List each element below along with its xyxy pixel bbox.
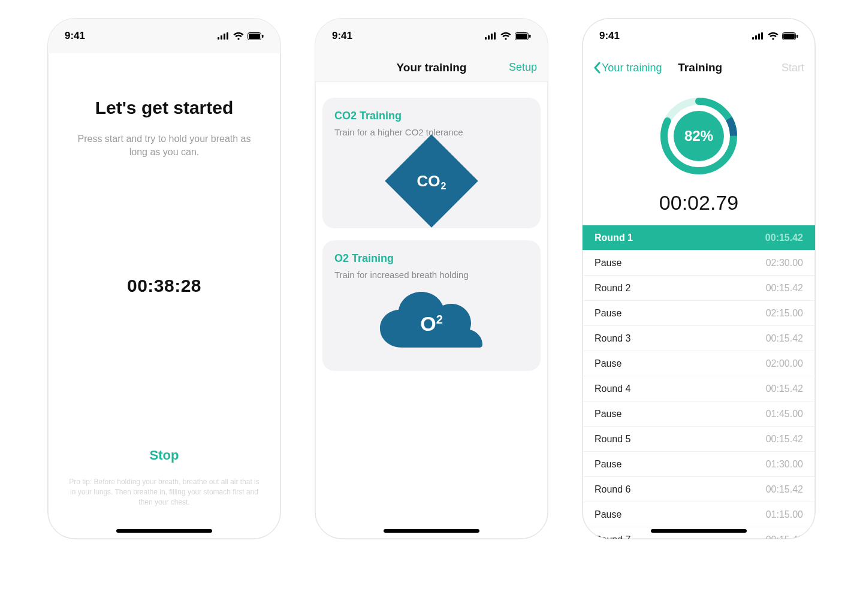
round-label: Pause: [595, 409, 621, 419]
round-time: 00:15.42: [766, 283, 803, 294]
round-row[interactable]: Pause02:30.00: [583, 250, 815, 276]
screen-get-started: 9:41 Let's get started Press start and t…: [47, 18, 281, 539]
home-indicator[interactable]: [384, 529, 479, 533]
round-label: Round 2: [595, 283, 631, 294]
round-row[interactable]: Pause02:15.00: [583, 301, 815, 326]
svg-rect-20: [796, 35, 798, 38]
round-label: Round 5: [595, 434, 631, 445]
round-row[interactable]: Pause01:15.00: [583, 502, 815, 527]
svg-rect-14: [752, 37, 754, 40]
round-time: 02:30.00: [766, 258, 803, 268]
progress-percent: 82%: [660, 98, 737, 174]
status-bar: 9:41: [315, 19, 548, 53]
round-row[interactable]: Round 600:15.42: [583, 477, 815, 502]
wifi-icon: [233, 32, 244, 40]
svg-rect-2: [224, 34, 225, 40]
screen-your-training: 9:41 Your training Setup CO2 Training Tr…: [315, 18, 548, 539]
wifi-icon: [500, 32, 511, 40]
back-label: Your training: [602, 62, 662, 74]
round-label: Pause: [595, 509, 621, 520]
cellular-icon: [485, 32, 497, 40]
start-button[interactable]: Start: [781, 62, 804, 74]
battery-icon: [782, 32, 798, 40]
round-label: Round 1: [595, 232, 633, 243]
status-bar: 9:41: [583, 19, 815, 53]
battery-icon: [515, 32, 531, 40]
round-label: Round 3: [595, 333, 631, 344]
status-time: 9:41: [65, 30, 85, 42]
svg-rect-12: [516, 34, 527, 39]
svg-rect-10: [494, 32, 496, 40]
screen-training-active: 9:41 Your training Training Start: [582, 18, 816, 539]
status-indicators: [485, 32, 531, 40]
round-time: 01:30.00: [766, 459, 803, 470]
card-title: O2 Training: [334, 252, 529, 265]
cellular-icon: [218, 32, 230, 40]
co2-diamond-icon: CO2: [399, 148, 464, 214]
svg-rect-7: [485, 37, 487, 40]
battery-icon: [248, 32, 264, 40]
round-time: 02:00.00: [766, 358, 803, 369]
round-time: 00:15.42: [766, 434, 803, 445]
page-title: Let's get started: [48, 98, 280, 118]
cellular-icon: [752, 32, 764, 40]
pro-tip-text: Pro tip: Before holding your breath, bre…: [66, 477, 262, 508]
nav-bar: Your training Setup: [315, 53, 548, 82]
o2-cloud-icon: O2: [375, 291, 488, 357]
page-subtitle: Press start and try to hold your breath …: [71, 132, 258, 159]
round-time: 02:15.00: [766, 308, 803, 319]
home-indicator[interactable]: [116, 529, 212, 533]
home-indicator[interactable]: [651, 529, 747, 533]
svg-rect-13: [529, 35, 531, 38]
round-row[interactable]: Pause01:45.00: [583, 401, 815, 427]
status-bar: 9:41: [48, 19, 280, 53]
round-time: 00:15.42: [765, 232, 803, 243]
svg-rect-15: [755, 35, 757, 40]
breath-timer: 00:38:28: [48, 276, 280, 296]
status-time: 9:41: [599, 30, 620, 42]
round-time: 00:15.42: [766, 333, 803, 344]
setup-button[interactable]: Setup: [509, 61, 537, 74]
round-timer: 00:02.79: [659, 191, 738, 215]
round-row[interactable]: Round 100:15.42: [583, 225, 815, 250]
round-row[interactable]: Pause02:00.00: [583, 351, 815, 376]
svg-rect-17: [761, 32, 763, 40]
round-time: 00:15.42: [766, 384, 803, 394]
round-label: Round 6: [595, 484, 631, 495]
svg-rect-16: [758, 34, 760, 40]
nav-title: Your training: [392, 61, 471, 74]
card-subtitle: Train for increased breath holding: [334, 270, 529, 280]
round-label: Pause: [595, 358, 621, 369]
round-row[interactable]: Round 400:15.42: [583, 376, 815, 401]
nav-bar: Your training Training Start: [583, 53, 815, 82]
round-time: 01:15.00: [766, 509, 803, 520]
round-time: 01:45.00: [766, 409, 803, 419]
back-button[interactable]: Your training: [593, 62, 662, 74]
svg-rect-1: [221, 35, 222, 40]
round-row[interactable]: Pause01:30.00: [583, 452, 815, 477]
svg-rect-0: [218, 37, 219, 40]
round-row[interactable]: Round 200:15.42: [583, 276, 815, 301]
round-row[interactable]: Round 300:15.42: [583, 326, 815, 351]
round-label: Pause: [595, 258, 621, 268]
round-time: 00:15.42: [766, 484, 803, 495]
round-time: 00:15.42: [766, 535, 803, 539]
svg-rect-3: [227, 32, 228, 40]
status-time: 9:41: [332, 30, 352, 42]
round-label: Round 4: [595, 384, 631, 394]
svg-rect-19: [783, 34, 795, 39]
progress-ring: 82%: [660, 98, 737, 174]
status-indicators: [752, 32, 798, 40]
wifi-icon: [768, 32, 778, 40]
rounds-list: Round 100:15.42Pause02:30.00Round 200:15…: [583, 225, 815, 539]
round-label: Pause: [595, 308, 621, 319]
card-co2-training[interactable]: CO2 Training Train for a higher CO2 tole…: [322, 98, 541, 228]
card-o2-training[interactable]: O2 Training Train for increased breath h…: [322, 240, 541, 371]
round-row[interactable]: Round 500:15.42: [583, 427, 815, 452]
chevron-left-icon: [593, 62, 601, 74]
status-indicators: [218, 32, 264, 40]
svg-rect-5: [249, 34, 260, 39]
svg-rect-9: [491, 34, 493, 40]
card-title: CO2 Training: [334, 110, 529, 122]
stop-button[interactable]: Stop: [48, 448, 280, 463]
